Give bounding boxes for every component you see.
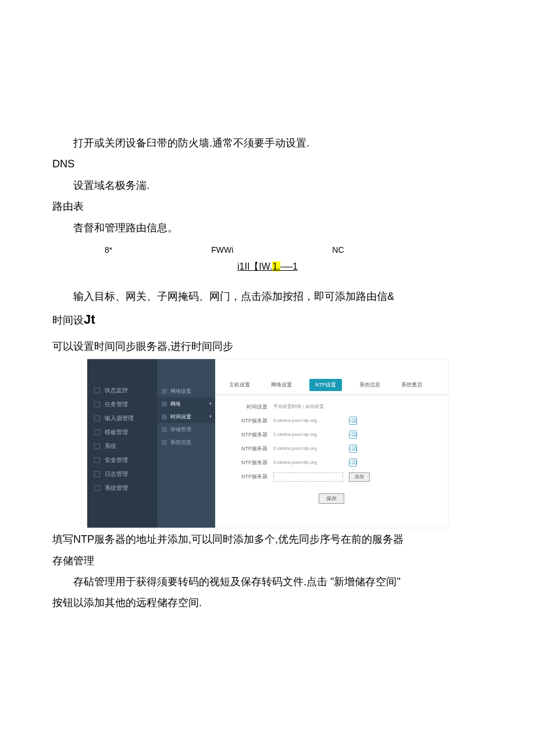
sidebar-item[interactable]: 日志管理 (87, 467, 157, 481)
sidebar-item-icon (94, 471, 100, 477)
subsidebar-item[interactable]: 网络▾ (157, 397, 215, 410)
dns-label: DNS (52, 155, 483, 173)
route-label: 路由表 (52, 197, 483, 216)
add-button[interactable]: 添加 (349, 472, 370, 482)
tab[interactable]: 系统信息 (356, 379, 384, 390)
form-row: NTP服务器0.centos.pool.ntp.org⌫ (215, 414, 448, 428)
subsidebar-item-label: 网络 (170, 399, 181, 409)
sidebar-item[interactable]: 系统管理 (87, 481, 157, 495)
delete-button[interactable]: ⌫ (349, 458, 357, 467)
ntp-input[interactable] (273, 472, 343, 482)
highlighted-text: 1. (272, 261, 280, 271)
sidebar-item-label: 模板管理 (105, 427, 128, 438)
tab[interactable]: NTP设置 (309, 379, 342, 390)
form-row: NTP服务器添加 (215, 470, 448, 483)
form-label: NTP服务器 (238, 416, 268, 425)
sidebar-item[interactable]: 安全管理 (87, 453, 157, 467)
form-row: NTP服务器3.centos.pool.ntp.org⌫ (215, 456, 448, 470)
ntp-value: 3.centos.pool.ntp.org (273, 458, 343, 467)
sidebar-item-label: 任务管理 (105, 399, 128, 410)
subsidebar-item-icon (162, 427, 167, 432)
frag-c: NC (332, 243, 344, 257)
time-setting-label: 时间设Jt (52, 308, 483, 331)
underline-pre: i1II【IW. (237, 261, 272, 271)
subsidebar-item-icon (162, 414, 167, 420)
sidebar-item-icon (94, 429, 100, 435)
sidebar-item-icon (94, 485, 100, 491)
sidebar-item[interactable]: 状态监控 (87, 384, 157, 397)
add-route-text: 输入目标、网关、子网掩码、网门，点击添加按招，即可添加路由信& (52, 287, 483, 306)
ntp-fill-text: 填写NTP服务器的地址并添加,可以同时添加多个,优先同步序号在前的服务器 (52, 530, 483, 549)
form-label: NTP服务器 (238, 444, 268, 453)
route-text: 杳督和管理路由信息。 (52, 218, 483, 237)
ntp-value: 手动设置时间 / 自动设置 (273, 402, 343, 411)
ntp-value: 2.centos.pool.ntp.org (273, 444, 343, 453)
subsidebar: 网络设置网络▾时间设置▾存储管理系统信息 (157, 359, 215, 528)
time-label-jt: Jt (84, 312, 95, 327)
subsidebar-item-icon (162, 389, 167, 394)
tabs-bar: 主机设置网络设置NTP设置系统信息系统重启 (215, 375, 448, 395)
sidebar-item-label: 系统 (105, 441, 116, 452)
underline-post: -—1 (280, 261, 298, 271)
firewall-text: 打开或关闭设备臼带的防火墙.通常不须要手动设置. (52, 134, 483, 152)
subsidebar-item-label: 存储管理 (170, 425, 191, 434)
storage-text-1: 存砧管理用于获得须要转码的视短及保存转码文件.点击 "新增储存空间" (52, 572, 483, 591)
subsidebar-item[interactable]: 存储管理 (157, 423, 215, 436)
sidebar-item-label: 安全管理 (105, 455, 128, 465)
sidebar-item[interactable]: 模板管理 (87, 425, 157, 439)
subsidebar-item-icon (162, 402, 167, 407)
sidebar-item-icon (94, 415, 100, 421)
chevron-down-icon: ▾ (209, 413, 212, 421)
form-label: NTP服务器 (238, 458, 268, 467)
sidebar-item-label: 输入源管理 (105, 413, 134, 424)
chevron-down-icon: ▾ (209, 400, 212, 408)
subsidebar-item-label: 时间设置 (170, 412, 191, 421)
ntp-value: 0.centos.pool.ntp.org (273, 416, 343, 425)
subsidebar-item[interactable]: 时间设置▾ (157, 410, 215, 423)
app-screenshot: ▲ admin ▾ 三 菜单 系统设置 状态监控任务管理输入源管理模板管理系统安… (87, 359, 448, 528)
delete-button[interactable]: ⌫ (349, 431, 357, 439)
storage-text-2: 按钮以添加其他的远程储存空间. (52, 593, 483, 612)
sidebar-item-icon (94, 457, 100, 463)
sidebar-item-icon (94, 402, 100, 407)
time-label-pre: 时间设 (52, 314, 84, 326)
frag-a: 8* (105, 243, 112, 257)
form-label: NTP服务器 (238, 430, 268, 439)
form-row: NTP服务器1.centos.pool.ntp.org⌫ (215, 428, 448, 442)
content-panel: 主机设置网络设置NTP设置系统信息系统重启 时间设置手动设置时间 / 自动设置N… (215, 359, 448, 528)
subsidebar-item-label: 系统信息 (170, 438, 191, 447)
tab[interactable]: 网络设置 (268, 379, 295, 390)
save-row: 保存 (215, 484, 448, 504)
ntp-description: 可以设置时间同步眼务器,进行时间同步 (52, 337, 483, 356)
sidebar-item-label: 系统管理 (105, 483, 128, 493)
subsidebar-item[interactable]: 网络设置 (157, 385, 215, 397)
dns-text: 设置域名极务湍. (52, 176, 483, 195)
form-row: NTP服务器2.centos.pool.ntp.org⌫ (215, 442, 448, 456)
delete-button[interactable]: ⌫ (349, 417, 357, 425)
form-label: 时间设置 (238, 402, 268, 411)
form-row: 时间设置手动设置时间 / 自动设置 (215, 400, 448, 414)
ocr-underline-row: i1II【IW.1.-—1 (52, 259, 483, 275)
sidebar-item-icon (94, 388, 100, 393)
delete-button[interactable]: ⌫ (349, 445, 357, 453)
frag-b: FWWi (211, 243, 233, 257)
save-button[interactable]: 保存 (319, 493, 344, 504)
subsidebar-item-icon (162, 440, 167, 445)
subsidebar-item-label: 网络设置 (170, 386, 191, 396)
subsidebar-item[interactable]: 系统信息 (157, 436, 215, 449)
ocr-fragment-row: 8* FWWi NC (52, 243, 483, 257)
sidebar-item[interactable]: 输入源管理 (87, 411, 157, 425)
tab[interactable]: 系统重启 (398, 379, 426, 390)
form-label: NTP服务器 (238, 472, 268, 481)
sidebar-item-label: 日志管理 (105, 469, 128, 479)
storage-label: 存储管理 (52, 551, 483, 570)
sidebar-item[interactable]: 系统 (87, 439, 157, 453)
sidebar-item[interactable]: 任务管理 (87, 397, 157, 411)
tab[interactable]: 主机设置 (226, 379, 254, 390)
ntp-value: 1.centos.pool.ntp.org (273, 430, 343, 439)
sidebar-item-icon (94, 443, 100, 449)
sidebar-item-label: 状态监控 (105, 385, 128, 396)
sidebar: 状态监控任务管理输入源管理模板管理系统安全管理日志管理系统管理 (87, 359, 157, 528)
